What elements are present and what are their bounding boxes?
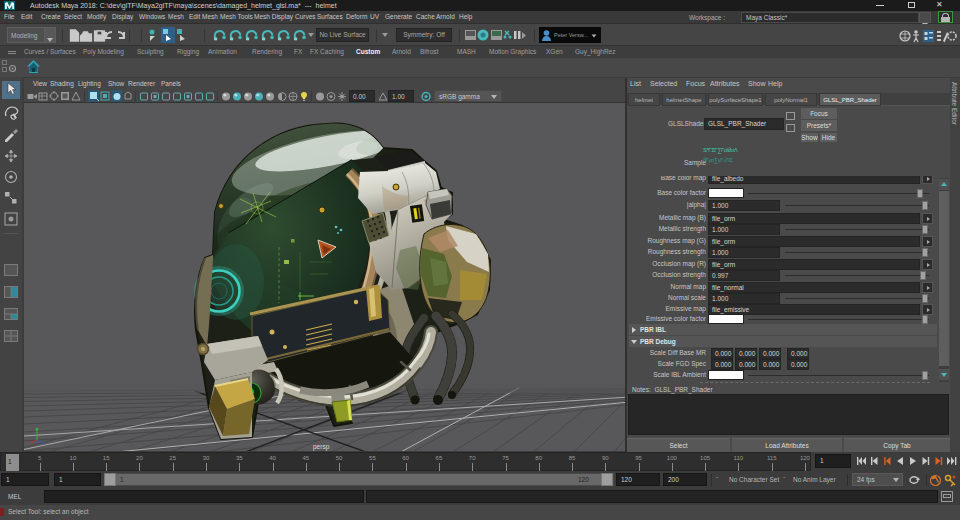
svg-text:persp: persp — [313, 443, 330, 451]
